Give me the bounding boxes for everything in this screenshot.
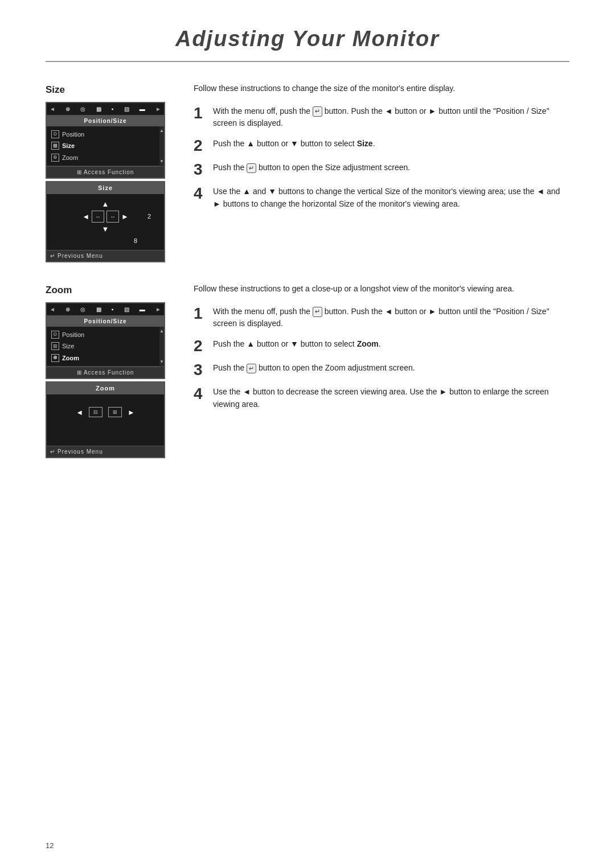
zoom-menu-zoom: ⊛ Zoom — [51, 352, 155, 364]
size-osd-icon-6: ▬ — [140, 105, 145, 113]
zoom-osd-right-arrow: ► — [155, 305, 161, 314]
zoom-step-1-text: With the menu off, push the ↵ button. Pu… — [213, 306, 569, 330]
zoom-right-arrow: ► — [128, 407, 135, 418]
zoom-step-1-btn: ↵ — [313, 307, 322, 316]
zoom-osd-icon-2: ◎ — [80, 305, 85, 314]
zoom-osd-icon-3: ▩ — [96, 305, 101, 314]
zoom-adjust-body: ◄ ⊟ ⊞ ► — [47, 394, 164, 446]
size-step-3: 3 Push the ↵ button to open the Size adj… — [194, 162, 569, 178]
size-up-arrow: ▲ — [102, 199, 109, 210]
zoom-osd-icon-5: ▨ — [124, 305, 129, 314]
zoom-step-3-text: Push the ↵ button to open the Zoom adjus… — [213, 362, 415, 375]
page-container: Adjusting Your Monitor Size ◄ ⊕ ◎ ▩ ▪ ▨ … — [0, 0, 615, 868]
size-left-arrow: ◄ — [82, 211, 89, 223]
zoom-scrollbar: ▲ ▼ — [159, 327, 164, 367]
size-adjust-screen: Size ▲ ◄ ↔ ↔ ► 2 — [46, 181, 165, 262]
zoom-heading: Zoom — [46, 283, 171, 298]
size-menu-items: ⊙ Position ⊞ Size ⊛ Zoom — [47, 126, 159, 167]
zoom-left-arrow: ◄ — [76, 407, 83, 418]
zoom-step-4: 4 Use the ◄ button to decrease the scree… — [194, 386, 569, 410]
size-controls: ▲ ◄ ↔ ↔ ► 2 ▼ 8 — [71, 199, 140, 246]
zoom-steps: 1 With the menu off, push the ↵ button. … — [194, 306, 569, 411]
size-osd-icon-2: ◎ — [80, 105, 85, 113]
zoom-prev-icon: ↵ — [50, 447, 55, 456]
size-down-arrow: ▼ — [102, 224, 109, 235]
size-horiz-icon: ↔ — [92, 211, 104, 223]
position-icon: ⊙ — [51, 130, 59, 138]
size-osd-icon-4: ▪ — [112, 105, 114, 113]
zoom-access-bar: ⊞ Access Function — [47, 367, 164, 378]
size-menu-zoom: ⊛ Zoom — [51, 152, 155, 164]
zoom-menu-size: ⊞ Size — [51, 340, 155, 352]
zoom-osd-menu-row: ⊙ Position ⊞ Size ⊛ Zoom — [47, 327, 164, 367]
zoom-menu-zoom-label: Zoom — [62, 353, 79, 363]
size-osd-left-arrow: ◄ — [50, 105, 55, 113]
zoom-box-large: ⊞ — [108, 407, 122, 417]
zoom-menu-size-label: Size — [62, 342, 74, 351]
zoom-step-2-num: 2 — [194, 338, 206, 354]
size-access-bar: ⊞ Access Function — [47, 166, 164, 178]
zoom-osd-menu: ◄ ⊕ ◎ ▩ ▪ ▨ ▬ ► Position/Size — [46, 302, 165, 380]
zoom-section: Zoom ◄ ⊕ ◎ ▩ ▪ ▨ ▬ ► Position/Size — [46, 283, 569, 458]
size-access-label: Access Function — [84, 169, 134, 175]
zoom-controls: ◄ ⊟ ⊞ ► — [52, 399, 158, 423]
zoom-access-icon: ⊞ — [77, 369, 82, 376]
zoom-size-icon: ⊞ — [51, 342, 59, 350]
size-position-size-text: Position/Size — [84, 117, 126, 125]
size-osd-topbar: ◄ ⊕ ◎ ▩ ▪ ▨ ▬ ► — [47, 103, 164, 116]
zoom-zoom-icon: ⊛ — [51, 354, 59, 362]
size-access-icon: ⊞ — [77, 169, 82, 175]
size-right-arrow: ► — [121, 211, 129, 223]
size-section-left: Size ◄ ⊕ ◎ ▩ ▪ ▨ ▬ ► Pos — [46, 83, 171, 262]
size-number-h: 8 — [134, 236, 137, 246]
zoom-osd-icon-6: ▬ — [140, 305, 145, 314]
size-step-3-btn: ↵ — [247, 163, 256, 173]
size-menu-position-label: Position — [62, 130, 84, 139]
zoom-osd-icon-4: ▪ — [112, 305, 114, 314]
size-menu-size-label: Size — [62, 141, 75, 151]
size-step-4: 4 Use the ▲ and ▼ buttons to change the … — [194, 186, 569, 210]
zoom-step-3-btn: ↵ — [247, 364, 256, 373]
size-step-3-num: 3 — [194, 162, 206, 178]
size-step-3-text: Push the ↵ button to open the Size adjus… — [213, 162, 410, 174]
zoom-step-3-num: 3 — [194, 362, 206, 378]
zoom-adjust-screen: Zoom ◄ ⊟ ⊞ ► ↵ Previous Menu — [46, 381, 165, 458]
zoom-osd-container: ◄ ⊕ ◎ ▩ ▪ ▨ ▬ ► Position/Size — [46, 302, 171, 458]
zoom-access-label: Access Function — [84, 369, 134, 376]
size-osd-right-arrow: ► — [155, 105, 161, 113]
size-horiz-row: ◄ ↔ ↔ ► 2 — [71, 211, 140, 223]
zoom-step-4-text: Use the ◄ button to decrease the screen … — [213, 386, 569, 410]
size-osd-container: ◄ ⊕ ◎ ▩ ▪ ▨ ▬ ► Position/Size — [46, 102, 171, 263]
zoom-step-1: 1 With the menu off, push the ↵ button. … — [194, 306, 569, 330]
size-osd-icon-1: ⊕ — [65, 105, 70, 113]
size-step-2-text: Push the ▲ button or ▼ button to select … — [213, 138, 375, 150]
size-osd-icon-5: ▨ — [124, 105, 129, 113]
size-step-1-text: With the menu off, push the ↵ button. Pu… — [213, 105, 569, 130]
zoom-osd-left-arrow: ◄ — [50, 305, 55, 314]
size-osd-position-size-label: Position/Size — [47, 116, 164, 126]
zoom-osd-icon-1: ⊕ — [65, 305, 70, 314]
size-scrollbar: ▲ ▼ — [159, 126, 164, 167]
size-number-v: 2 — [147, 212, 151, 221]
size-prev-label: Previous Menu — [58, 252, 103, 260]
zoom-position-icon: ⊙ — [51, 331, 59, 339]
size-prev-icon: ↵ — [50, 252, 55, 260]
size-osd-menu-row: ⊙ Position ⊞ Size ⊛ Zoom — [47, 126, 164, 167]
zoom-prev-menu: ↵ Previous Menu — [47, 446, 164, 457]
zoom-step-3: 3 Push the ↵ button to open the Zoom adj… — [194, 362, 569, 378]
size-heading: Size — [46, 83, 171, 97]
size-icon: ⊞ — [51, 142, 59, 150]
page-title: Adjusting Your Monitor — [46, 23, 569, 62]
zoom-section-right: Follow these instructions to get a close… — [194, 283, 569, 458]
zoom-menu-position-label: Position — [62, 330, 84, 340]
size-prev-menu: ↵ Previous Menu — [47, 250, 164, 261]
size-step-4-num: 4 — [194, 186, 206, 201]
size-menu-zoom-label: Zoom — [62, 153, 78, 163]
page-number: 12 — [46, 840, 54, 851]
size-step-2-num: 2 — [194, 138, 206, 154]
zoom-adjust-title: Zoom — [47, 382, 164, 394]
size-step-1-num: 1 — [194, 105, 206, 121]
size-step-1-btn: ↵ — [313, 106, 322, 116]
size-controls-wrapper: ▲ ◄ ↔ ↔ ► 2 ▼ 8 — [52, 199, 158, 246]
size-step-1: 1 With the menu off, push the ↵ button. … — [194, 105, 569, 130]
